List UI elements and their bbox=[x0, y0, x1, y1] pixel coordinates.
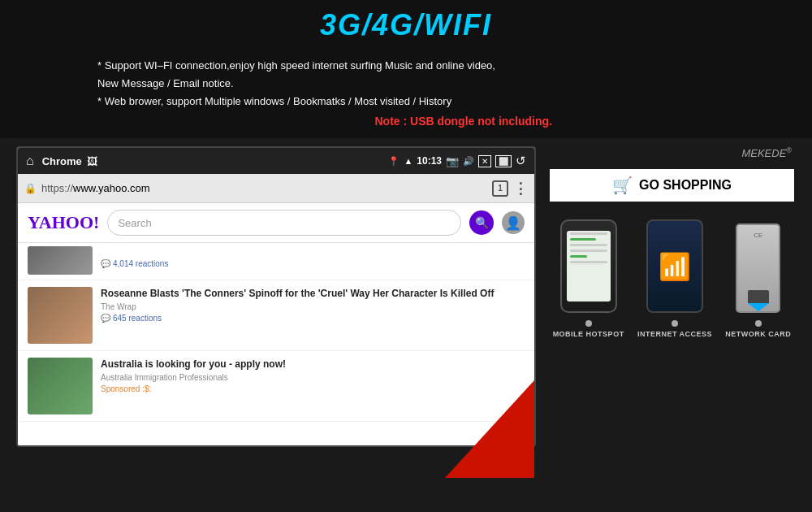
info-bullet2: * Web brower, support Multiple windows /… bbox=[97, 93, 780, 111]
usb-connector bbox=[748, 290, 769, 303]
window-icon: ⬜ bbox=[495, 155, 512, 167]
location-icon: 📍 bbox=[388, 156, 400, 167]
connection-dot-1 bbox=[585, 320, 592, 327]
back-icon[interactable]: ↺ bbox=[516, 154, 526, 168]
page-title: 3G/4G/WIFI bbox=[0, 8, 812, 42]
device-label-1: MOBILE HOTSPOT bbox=[553, 330, 624, 338]
device-item-3: CE NETWORK CARD bbox=[725, 223, 791, 338]
news-item-2[interactable]: Australia is looking for you - apply now… bbox=[18, 351, 534, 422]
status-icons: 📍 ▲ 10:13 📷 🔊 ✕ ⬜ ↺ bbox=[388, 154, 526, 168]
news-thumb-1 bbox=[28, 287, 93, 344]
internet-access-image: 📶 bbox=[646, 219, 703, 313]
yahoo-search-bar[interactable]: Search bbox=[107, 210, 461, 236]
screen-line bbox=[570, 261, 607, 263]
info-bullet1b: New Message / Email notice. bbox=[97, 75, 780, 93]
info-note: Note : USB dongle not including. bbox=[97, 112, 780, 132]
main-area: ⌂ Chrome 🖼 📍 ▲ 10:13 📷 🔊 ✕ ⬜ ↺ 🔒 https:/… bbox=[0, 146, 812, 447]
reactions-icon: 💬 bbox=[101, 259, 110, 268]
android-screen: ⌂ Chrome 🖼 📍 ▲ 10:13 📷 🔊 ✕ ⬜ ↺ 🔒 https:/… bbox=[16, 146, 536, 447]
phone-screen bbox=[567, 231, 611, 302]
user-avatar[interactable]: 👤 bbox=[502, 211, 525, 234]
news-title-1: Roseanne Blasts 'The Conners' Spinoff fo… bbox=[101, 287, 525, 301]
status-bar: ⌂ Chrome 🖼 📍 ▲ 10:13 📷 🔊 ✕ ⬜ ↺ bbox=[18, 148, 534, 174]
usb-tip bbox=[748, 303, 769, 311]
search-placeholder: Search bbox=[118, 217, 151, 229]
cart-icon: 🛒 bbox=[612, 176, 633, 195]
sponsored-label: Sponsored :$: bbox=[101, 384, 151, 393]
url-bar: 🔒 https://www.yahoo.com 1 ⋮ bbox=[18, 174, 534, 203]
connection-dot-2 bbox=[672, 320, 678, 327]
browser-app-name: Chrome bbox=[42, 155, 82, 167]
device-label-2: INTERNET ACCESS bbox=[637, 330, 712, 338]
go-shopping-button[interactable]: 🛒 GO SHOPPING bbox=[548, 167, 796, 203]
partial-news-item: 💬 4,014 reactions bbox=[18, 243, 534, 280]
screen-line bbox=[570, 232, 607, 235]
screen-line bbox=[570, 244, 607, 246]
url-scheme: https:// bbox=[41, 182, 73, 194]
news-sponsored-2: Sponsored :$: bbox=[101, 384, 525, 393]
news-title-2: Australia is looking for you - apply now… bbox=[101, 358, 525, 371]
partial-reactions: 💬 4,014 reactions bbox=[101, 246, 168, 275]
go-shopping-label: GO SHOPPING bbox=[639, 178, 732, 193]
connection-dot-3 bbox=[755, 320, 762, 327]
more-options-icon[interactable]: ⋮ bbox=[513, 180, 528, 197]
url-text[interactable]: https://www.yahoo.com bbox=[41, 182, 487, 194]
screen-line bbox=[570, 249, 607, 252]
page-header: 3G/4G/WIFI bbox=[0, 0, 812, 49]
mobile-hotspot-image bbox=[560, 219, 617, 313]
wifi-symbol: 📶 bbox=[659, 251, 691, 282]
screen-line-active bbox=[570, 255, 588, 258]
wifi-signal-icon: ▲ bbox=[404, 156, 412, 166]
device-item-1: MOBILE HOTSPOT bbox=[553, 219, 624, 338]
devices-row: MOBILE HOTSPOT 📶 INTERNET ACCESS CE bbox=[548, 219, 796, 338]
yahoo-logo: YAHOO! bbox=[28, 212, 99, 233]
news-thumb-2 bbox=[28, 358, 93, 414]
news-reactions-1: 💬 645 reactions bbox=[101, 314, 525, 323]
screen-line-active bbox=[570, 238, 596, 241]
search-button[interactable]: 🔍 bbox=[469, 210, 494, 235]
news-source-1: The Wrap bbox=[101, 302, 525, 311]
screenshot-icon: 🖼 bbox=[87, 155, 97, 167]
brand-label: MEKEDE® bbox=[548, 146, 796, 159]
right-panel: MEKEDE® 🛒 GO SHOPPING bbox=[548, 146, 796, 447]
home-icon[interactable]: ⌂ bbox=[26, 154, 34, 168]
screen-icon: ✕ bbox=[478, 155, 491, 167]
network-card-image: CE bbox=[736, 223, 780, 313]
partial-news-thumb bbox=[28, 246, 93, 275]
status-time: 10:13 bbox=[417, 155, 442, 167]
yahoo-header: YAHOO! Search 🔍 👤 bbox=[18, 203, 534, 243]
news-source-2: Australia Immigration Professionals bbox=[101, 373, 525, 382]
news-item-1[interactable]: Roseanne Blasts 'The Conners' Spinoff fo… bbox=[18, 280, 534, 351]
reaction-count-1: 645 reactions bbox=[113, 314, 162, 323]
reactions-icon-1: 💬 bbox=[101, 314, 110, 323]
url-domain: www.yahoo.com bbox=[73, 182, 150, 194]
brand-reg: ® bbox=[786, 146, 792, 154]
device-label-3: NETWORK CARD bbox=[725, 330, 791, 338]
info-section: * Support WI–FI connection,enjoy high sp… bbox=[0, 49, 812, 138]
lock-icon: 🔒 bbox=[24, 183, 37, 194]
partial-reaction-count: 4,014 reactions bbox=[113, 259, 168, 268]
browser-content: YAHOO! Search 🔍 👤 💬 4,014 reactions bbox=[18, 203, 534, 447]
news-content-1: Roseanne Blasts 'The Conners' Spinoff fo… bbox=[101, 287, 525, 344]
camera-icon: 📷 bbox=[446, 155, 459, 167]
tab-count-icon[interactable]: 1 bbox=[492, 180, 508, 197]
news-content-2: Australia is looking for you - apply now… bbox=[101, 358, 525, 414]
brand-name: MEKEDE bbox=[741, 147, 786, 159]
device-item-2: 📶 INTERNET ACCESS bbox=[637, 219, 712, 338]
info-bullet1: * Support WI–FI connection,enjoy high sp… bbox=[97, 57, 780, 75]
volume-icon: 🔊 bbox=[463, 156, 474, 167]
